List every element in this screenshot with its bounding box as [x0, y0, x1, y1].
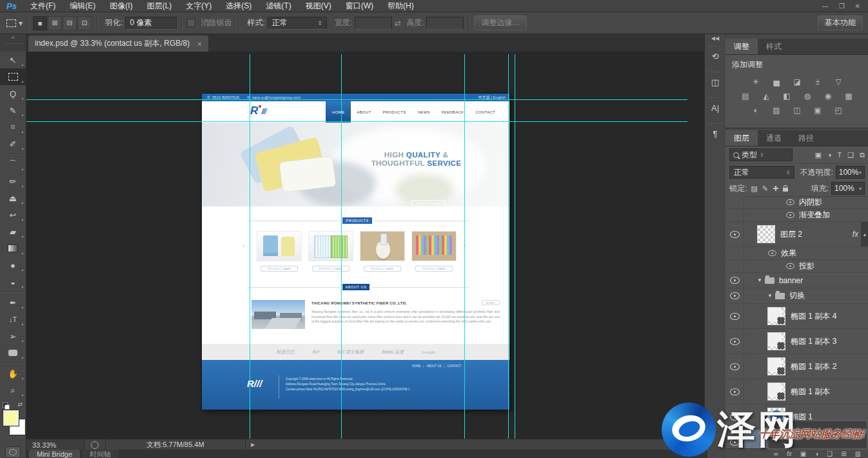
move-tool[interactable]: ↖: [0, 52, 26, 68]
visibility-eye-icon[interactable]: [730, 313, 740, 320]
menu-item-view[interactable]: 视图(V): [299, 0, 339, 12]
properties-panel-button[interactable]: ◫: [705, 69, 725, 95]
lock-image-pixels-icon[interactable]: ✎: [762, 184, 768, 193]
nav-item-products[interactable]: PRODUCTS: [377, 101, 411, 123]
vertical-guide[interactable]: [508, 54, 509, 439]
history-panel-button[interactable]: ⟲: [705, 43, 725, 69]
eraser-tool[interactable]: ▰: [0, 223, 26, 240]
effects-header-row[interactable]: 效果: [725, 247, 868, 260]
nav-item-about[interactable]: ABOUT: [351, 101, 377, 123]
tab-paths[interactable]: 路径: [790, 130, 822, 146]
visibility-eye-icon[interactable]: [786, 199, 794, 205]
visibility-eye-icon[interactable]: [730, 388, 740, 395]
product-image[interactable]: [257, 231, 302, 261]
dodge-tool[interactable]: ◒: [0, 274, 26, 290]
black-white-icon[interactable]: ◧: [780, 91, 794, 101]
rectangular-marquee-tool[interactable]: [0, 68, 26, 85]
exposure-icon[interactable]: ±: [811, 77, 825, 86]
photo-filter-icon[interactable]: ◍: [800, 91, 815, 101]
new-selection-mode-button[interactable]: ■: [33, 16, 47, 30]
layer-effect-row[interactable]: 内阴影: [725, 196, 868, 209]
collapse-effects-icon[interactable]: ▲: [861, 222, 868, 246]
paragraph-panel-button[interactable]: ¶: [705, 121, 725, 146]
footer-link-about[interactable]: ABOUT US: [420, 364, 441, 368]
layer-style-icon[interactable]: fx: [787, 450, 792, 457]
default-colors-icon[interactable]: [3, 403, 9, 409]
layer-effect-row[interactable]: 渐变叠加: [725, 209, 868, 222]
zoom-level-field[interactable]: 33.33%: [26, 439, 84, 450]
close-button[interactable]: ✕: [855, 3, 860, 10]
style-select[interactable]: 正常 ⇕: [268, 17, 327, 30]
vertical-guide[interactable]: [515, 54, 515, 439]
refine-edge-button[interactable]: 调整边缘…: [474, 15, 527, 30]
text-layer-thumbnail[interactable]: !: [767, 433, 785, 449]
adjustment-layer-filter-icon[interactable]: ◑: [827, 151, 832, 159]
tab-channels[interactable]: 通道: [758, 130, 790, 146]
menu-item-select[interactable]: 选择(S): [219, 0, 259, 12]
foreground-color-swatch[interactable]: [3, 410, 19, 426]
swap-colors-icon[interactable]: ⇄: [17, 401, 23, 408]
lasso-tool[interactable]: Ϙ: [0, 85, 26, 102]
product-name-button[interactable]: PRODUCT NAME: [415, 266, 453, 272]
vertical-guide[interactable]: [341, 54, 342, 439]
tab-layers[interactable]: 图层: [725, 130, 758, 146]
rounded-rectangle-tool[interactable]: [0, 344, 26, 361]
horizontal-guide[interactable]: [26, 121, 687, 122]
link-layers-icon[interactable]: ∞: [774, 450, 778, 457]
tool-preset-picker[interactable]: ▾: [6, 19, 23, 28]
blend-mode-select[interactable]: 正常 ⇕: [729, 166, 794, 179]
intersect-selection-mode-button[interactable]: ⊡: [77, 16, 92, 30]
pixel-layer-filter-icon[interactable]: ▣: [814, 151, 821, 159]
nav-item-news[interactable]: NEWS: [411, 101, 435, 123]
blur-tool[interactable]: ●: [0, 257, 26, 274]
partner-logo-rongwei[interactable]: R///: [312, 350, 319, 354]
brightness-contrast-icon[interactable]: ☀: [749, 77, 764, 86]
footer-link-home[interactable]: HOME: [412, 364, 421, 368]
language-switcher[interactable]: 中文版 | English: [478, 94, 506, 101]
layer-row[interactable]: 椭圆 1: [725, 404, 868, 430]
visibility-eye-icon[interactable]: [768, 250, 776, 256]
pen-tool[interactable]: ✒: [0, 294, 26, 311]
tab-adjustments[interactable]: 调整: [725, 39, 758, 54]
selected-layer-row[interactable]: ! contact us 副本: [725, 430, 868, 449]
disclosure-triangle[interactable]: ▼: [757, 277, 762, 283]
shape-layer-thumbnail[interactable]: [767, 357, 785, 375]
lock-all-icon[interactable]: [783, 188, 788, 192]
product-name-button[interactable]: PRODUCT NAME: [364, 266, 401, 272]
layer-mask-icon[interactable]: ▣: [800, 450, 806, 457]
add-selection-mode-button[interactable]: ⊞: [48, 16, 62, 30]
document-tab[interactable]: index.psd @ 33.3% (contact us 副本, RGB/8)…: [28, 35, 208, 52]
toolbar-panel-header[interactable]: »: [0, 34, 26, 52]
vibrance-icon[interactable]: ▽: [831, 77, 846, 86]
menu-item-filter[interactable]: 滤镜(T): [259, 0, 298, 12]
group-row-qiehuan[interactable]: ▼ 切换: [725, 288, 868, 304]
zoom-tool[interactable]: ⌕: [0, 382, 26, 399]
layer-thumbnail[interactable]: [757, 225, 775, 243]
ellipse-layer-thumbnail[interactable]: [767, 408, 785, 426]
hand-tool[interactable]: ✋: [0, 365, 26, 382]
menu-item-edit[interactable]: 编辑(E): [63, 0, 103, 12]
visibility-eye-icon[interactable]: [786, 212, 794, 218]
hue-saturation-icon[interactable]: ▤: [738, 91, 753, 101]
fill-input[interactable]: 100% ▾: [831, 182, 865, 195]
brush-tool[interactable]: ✏: [0, 173, 26, 190]
gradient-tool[interactable]: [0, 240, 26, 257]
new-layer-icon[interactable]: ⊞: [841, 450, 846, 457]
canvas-viewport[interactable]: ✆ 0512-82907626 ✉ sara.xu@rongweigroup.c…: [26, 52, 704, 439]
levels-icon[interactable]: ▅: [769, 77, 784, 86]
fx-badge[interactable]: fx: [853, 230, 858, 239]
menu-item-window[interactable]: 窗口(W): [339, 0, 380, 12]
product-name-button[interactable]: PRODUCT NAME: [312, 266, 350, 272]
tab-mini-bridge[interactable]: Mini Bridge: [29, 450, 80, 458]
shape-layer-thumbnail[interactable]: [767, 332, 785, 350]
quick-selection-tool[interactable]: ✎: [0, 102, 26, 119]
product-name-button[interactable]: PRODUCT NAME: [261, 266, 298, 272]
new-group-icon[interactable]: ❑: [827, 450, 833, 457]
layer-row[interactable]: 椭圆 1 副本 3: [725, 329, 868, 354]
threshold-icon[interactable]: ◫: [790, 105, 805, 115]
partner-logo-baidu[interactable]: Baidu 百度: [382, 349, 404, 355]
menu-item-file[interactable]: 文件(F): [23, 0, 63, 12]
lock-transparent-pixels-icon[interactable]: ▨: [751, 184, 757, 193]
menu-item-type[interactable]: 文字(Y): [179, 0, 219, 12]
visibility-eye-icon[interactable]: [730, 292, 740, 299]
